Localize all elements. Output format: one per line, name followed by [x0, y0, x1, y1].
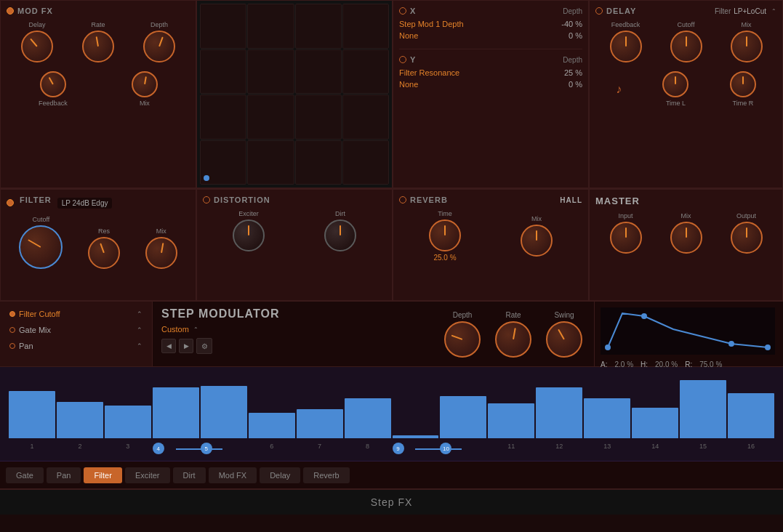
reverb-mix-knob[interactable]: [521, 225, 553, 257]
grid-cell-7[interactable]: [295, 49, 342, 94]
bar-10[interactable]: [440, 396, 486, 438]
bar-7[interactable]: [297, 409, 343, 438]
tab-dirt[interactable]: Dirt: [173, 467, 206, 483]
preset-select[interactable]: Custom ⌃: [161, 325, 198, 334]
bar-num-10[interactable]: 10: [440, 443, 486, 454]
delay-cutoff-knob[interactable]: [670, 31, 702, 63]
filter-mix-knob[interactable]: [145, 237, 177, 269]
bar-12[interactable]: [536, 387, 582, 438]
step-swing-knob[interactable]: [546, 321, 582, 358]
bar-2[interactable]: [57, 402, 103, 438]
grid-cell-9[interactable]: [200, 94, 246, 140]
grid-cell-12[interactable]: [342, 94, 389, 140]
bar-16[interactable]: [728, 393, 774, 438]
bar-num-5[interactable]: 5: [201, 443, 247, 454]
x-power-btn[interactable]: [399, 7, 406, 15]
step-circle-10[interactable]: 10: [440, 443, 451, 454]
bar-13[interactable]: [584, 398, 630, 438]
bar-11[interactable]: [488, 403, 534, 438]
step-rate-knob[interactable]: [495, 321, 531, 358]
grid-cell-6[interactable]: [247, 49, 294, 94]
xy-panel: X Depth Step Mod 1 Depth -40 % None 0 %: [393, 0, 589, 188]
bar-14[interactable]: [632, 408, 678, 438]
delay-knob[interactable]: [21, 31, 53, 63]
reverb-time-knob[interactable]: [429, 219, 461, 251]
dirt-knob[interactable]: [324, 219, 356, 251]
exciter-knob[interactable]: [233, 219, 265, 251]
step-circle-5[interactable]: 5: [201, 443, 212, 454]
x-param2[interactable]: None: [399, 31, 418, 40]
bar-1[interactable]: [9, 391, 55, 438]
bar-3[interactable]: [105, 406, 151, 438]
target-pan[interactable]: Pan ⌃: [6, 339, 146, 352]
tab-filter[interactable]: Filter: [84, 467, 121, 483]
step-circle-4[interactable]: 4: [153, 443, 164, 454]
filter-power-btn[interactable]: [7, 199, 14, 206]
next-preset-btn[interactable]: ▶: [179, 339, 193, 353]
grid-cell-1[interactable]: [200, 4, 246, 49]
bar-8[interactable]: [345, 398, 391, 438]
feedback-knob[interactable]: [40, 71, 66, 97]
distortion-power-btn[interactable]: [203, 196, 210, 203]
depth-label: Depth: [150, 21, 168, 28]
step-depth-knob[interactable]: [444, 321, 481, 358]
grid-cell-10[interactable]: [247, 94, 294, 140]
distortion-title: DISTORTION: [203, 196, 386, 204]
x-param1[interactable]: Step Mod 1 Depth: [399, 20, 464, 28]
delay-filter-chevron-icon[interactable]: ⌃: [771, 8, 776, 15]
mix-knob[interactable]: [132, 71, 158, 97]
grid-cell-16[interactable]: [342, 140, 389, 185]
rate-knob[interactable]: [82, 31, 114, 63]
bar-15[interactable]: [680, 380, 726, 438]
grid-cell-13[interactable]: [200, 140, 246, 185]
tab-delay[interactable]: Delay: [260, 467, 300, 483]
y-param2[interactable]: None: [399, 80, 418, 89]
delay-filter-value[interactable]: LP+LoCut: [734, 7, 766, 15]
delay-mix-knob[interactable]: [731, 31, 763, 63]
grid-cell-11[interactable]: [295, 94, 342, 140]
time-r-knob[interactable]: [730, 71, 756, 97]
x-param1-row: Step Mod 1 Depth -40 %: [399, 18, 582, 30]
time-l-knob[interactable]: [662, 71, 688, 97]
step-mod-main: STEP MODULATOR Custom ⌃ ◀ ▶ ⚙: [153, 302, 433, 366]
tab-gate[interactable]: Gate: [6, 467, 44, 483]
tab-mod-fx[interactable]: Mod FX: [209, 467, 257, 483]
y-param1[interactable]: Filter Resonance: [399, 68, 459, 77]
master-output-knob[interactable]: [731, 222, 763, 254]
bar-5[interactable]: [201, 386, 247, 438]
reverb-type[interactable]: Hall: [560, 196, 582, 204]
bar-6[interactable]: [249, 413, 295, 438]
bar-num-4[interactable]: 4: [153, 443, 199, 454]
bar-num-9[interactable]: 9: [393, 443, 439, 454]
grid-cell-15[interactable]: [295, 140, 342, 185]
reverb-power-btn[interactable]: [399, 196, 406, 203]
bar-num-13: 13: [584, 443, 630, 454]
filter-res-knob[interactable]: [88, 237, 120, 269]
modfx-power-btn[interactable]: [7, 7, 14, 15]
grid-cell-5[interactable]: [200, 49, 246, 94]
grid-cell-2[interactable]: [247, 4, 294, 49]
tab-pan[interactable]: Pan: [47, 467, 81, 483]
settings-btn[interactable]: ⚙: [196, 338, 212, 354]
delay-panel: DELAY Filter LP+LoCut ⌃ Feedback Cutoff: [589, 0, 783, 188]
tab-reverb[interactable]: Reverb: [303, 467, 349, 483]
grid-cell-8[interactable]: [342, 49, 389, 94]
depth-knob[interactable]: [143, 31, 175, 63]
grid-cell-3[interactable]: [295, 4, 342, 49]
bar-9[interactable]: [393, 435, 439, 438]
tab-exciter[interactable]: Exciter: [125, 467, 170, 483]
grid-cell-14[interactable]: [247, 140, 294, 185]
bar-4[interactable]: [153, 387, 199, 438]
step-circle-9[interactable]: 9: [393, 443, 404, 454]
grid-cell-4[interactable]: [342, 4, 389, 49]
master-input-knob[interactable]: [610, 222, 642, 254]
target-filter-cutoff[interactable]: Filter Cutoff ⌃: [6, 307, 146, 321]
target-gate-mix[interactable]: Gate Mix ⌃: [6, 323, 146, 336]
filter-cutoff-knob[interactable]: [19, 225, 63, 269]
prev-preset-btn[interactable]: ◀: [161, 339, 176, 353]
delay-power-btn[interactable]: [595, 7, 603, 15]
y-power-btn[interactable]: [399, 56, 406, 63]
filter-type[interactable]: LP 24dB Edgy: [57, 198, 113, 209]
delay-feedback-knob[interactable]: [610, 31, 642, 63]
master-mix-knob[interactable]: [670, 222, 702, 254]
